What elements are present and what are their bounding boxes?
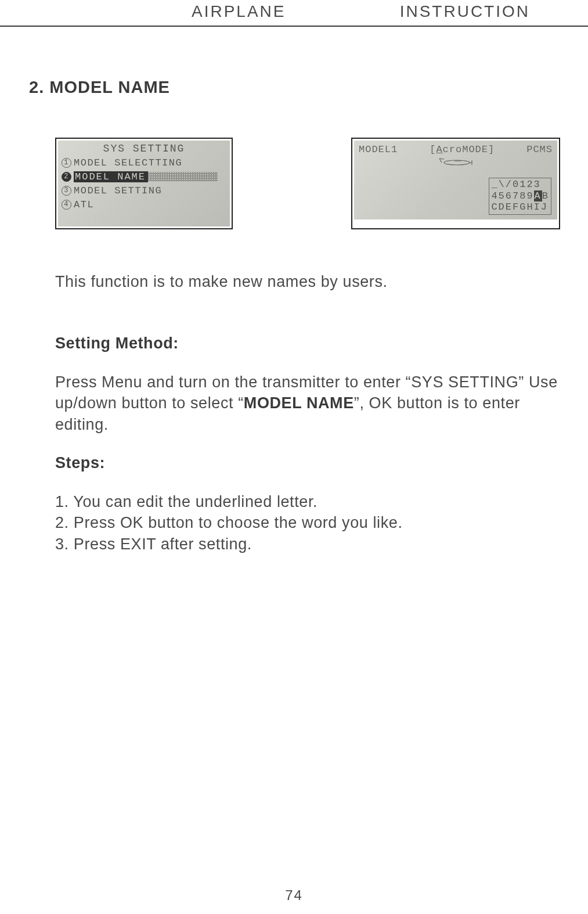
setting-method-heading: Setting Method: <box>55 333 559 354</box>
menu-item-1: 1 MODEL SELECTTING <box>62 156 226 170</box>
menu-item-3: 3 MODEL SETTING <box>62 183 226 197</box>
header-left: AIRPLANE <box>192 2 286 21</box>
menu-item-4: 4 ATL <box>62 197 226 211</box>
menu-num-4: 4 <box>62 200 71 210</box>
lcd-screens-row: SYS SETTING 1 MODEL SELECTTING 2 MODEL N… <box>55 138 560 229</box>
step-3: 3. Press EXIT after setting. <box>55 534 559 555</box>
page-number: 74 <box>0 887 588 904</box>
char-row-2: 456789AB <box>491 190 549 202</box>
page-header: AIRPLANE INSTRUCTION <box>0 2 588 27</box>
menu-num-2: 2 <box>62 172 71 182</box>
selection-hatch <box>148 172 218 181</box>
airplane-icon <box>359 156 553 169</box>
body-text: This function is to make new names by us… <box>55 271 559 555</box>
lcd-sys-setting: SYS SETTING 1 MODEL SELECTTING 2 MODEL N… <box>55 138 233 229</box>
para-bold: MODEL NAME <box>244 394 354 412</box>
steps-heading: Steps: <box>55 452 559 473</box>
char-row-2a: 456789 <box>491 190 533 201</box>
lcd2-top-row: MODEL1 [AcroMODE] PCMS <box>359 144 553 155</box>
menu-num-1: 1 <box>62 158 71 168</box>
char-row-1: _\/0123 <box>491 179 549 190</box>
character-grid: _\/0123 456789AB CDEFGHIJ <box>489 178 551 215</box>
lcd2-underlined-letter: A <box>436 144 442 155</box>
step-2: 2. Press OK button to choose the word yo… <box>55 512 559 533</box>
svg-line-1 <box>439 159 442 163</box>
menu-num-3: 3 <box>62 186 71 196</box>
section-title: 2. MODEL NAME <box>29 78 588 97</box>
menu-label-2: MODEL NAME <box>74 171 148 182</box>
lcd2-mode-rest: croMODE] <box>443 144 495 155</box>
menu-label-3: MODEL SETTING <box>74 185 162 196</box>
menu-item-2-selected: 2 MODEL NAME <box>62 170 226 183</box>
lcd1-title: SYS SETTING <box>62 143 226 154</box>
char-row-2b: B <box>542 190 549 201</box>
lcd2-mode: [AcroMODE] <box>430 144 495 155</box>
lcd2-pcms: PCMS <box>526 144 553 155</box>
lcd2-model: MODEL1 <box>359 144 398 155</box>
step-1: 1. You can edit the underlined letter. <box>55 491 559 512</box>
svg-line-2 <box>439 159 444 159</box>
lcd-model-name: MODEL1 [AcroMODE] PCMS _\/0123 456789AB … <box>351 138 560 229</box>
char-highlight: A <box>534 190 542 201</box>
header-right: INSTRUCTION <box>400 2 530 21</box>
lcd2-bracket-open: [ <box>430 144 436 155</box>
char-row-3: CDEFGHIJ <box>491 201 549 213</box>
menu-label-1: MODEL SELECTTING <box>74 157 182 168</box>
setting-method-paragraph: Press Menu and turn on the transmitter t… <box>55 372 559 435</box>
menu-label-4: ATL <box>74 199 94 210</box>
intro-text: This function is to make new names by us… <box>55 271 559 292</box>
